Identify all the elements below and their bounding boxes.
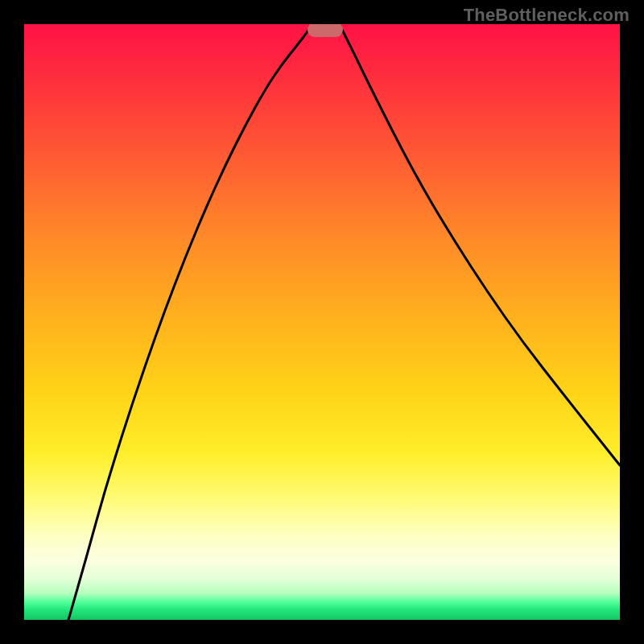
vertex-marker bbox=[308, 24, 343, 37]
chart-frame: TheBottleneck.com bbox=[0, 0, 644, 644]
curve-layer bbox=[24, 24, 620, 620]
plot-area bbox=[24, 24, 620, 620]
curve-left bbox=[68, 30, 308, 620]
watermark-label: TheBottleneck.com bbox=[464, 5, 630, 26]
curve-right bbox=[342, 30, 620, 465]
